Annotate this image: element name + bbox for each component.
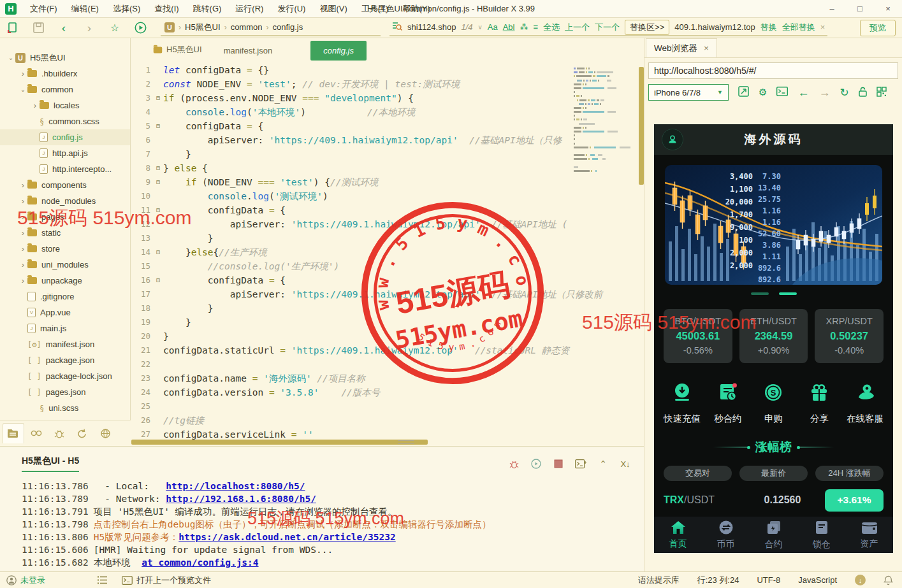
- fold-marker-icon[interactable]: ⊟: [153, 273, 163, 287]
- code-line[interactable]: 1let configData = {}: [131, 63, 644, 77]
- url-input[interactable]: http://localhost:8080/h5/#/: [648, 62, 898, 79]
- code-line[interactable]: 26//tg链接: [131, 413, 644, 427]
- code-line[interactable]: 11⊟ configData = {: [131, 203, 644, 217]
- maximize-button[interactable]: □: [846, 0, 874, 17]
- whole-word-button[interactable]: Abl: [503, 22, 515, 32]
- tree-item-uni_modules[interactable]: ›uni_modules: [0, 257, 130, 273]
- browser-back-icon[interactable]: ←: [797, 86, 809, 99]
- search-icon[interactable]: [392, 22, 402, 32]
- lock-icon[interactable]: [859, 87, 867, 99]
- app-tab-assets[interactable]: 资产: [845, 517, 893, 553]
- tree-item-H5UI[interactable]: ⌄UH5黑色UI: [0, 50, 130, 66]
- breadcrumb[interactable]: U › H5黑色UI › common › config.js: [161, 20, 381, 36]
- chevron-right-icon[interactable]: ›: [31, 101, 40, 110]
- fold-marker-icon[interactable]: ⊟: [153, 175, 163, 189]
- debug-icon[interactable]: [48, 423, 70, 443]
- fold-marker-icon[interactable]: ⊟: [153, 245, 163, 259]
- tree-item-pages[interactable]: ›pages: [0, 209, 130, 225]
- tree-item-config.js[interactable]: Jconfig.js: [0, 129, 130, 145]
- settings-gear-icon[interactable]: ⚙: [759, 87, 767, 98]
- menu-item[interactable]: 发行(U): [270, 0, 312, 18]
- log-link[interactable]: http://localhost:8080/h5/: [166, 480, 305, 492]
- replace-button[interactable]: 替换: [760, 22, 777, 33]
- preview-button[interactable]: 预览: [860, 20, 896, 36]
- banner-carousel[interactable]: 3,4001,10020,0001,7009,0001002,0002,000 …: [665, 165, 882, 285]
- browser-tab[interactable]: Web浏览器 ×: [646, 38, 717, 57]
- menu-item[interactable]: 工具(T): [354, 0, 396, 18]
- run-icon[interactable]: [132, 20, 149, 36]
- forward-icon[interactable]: ›: [81, 20, 98, 36]
- chevron-right-icon[interactable]: ›: [18, 69, 27, 78]
- code-line[interactable]: 12 apiServer: 'https://409.1.haiwaiym12.…: [131, 217, 644, 231]
- chevron-right-icon[interactable]: ›: [18, 212, 27, 222]
- ticker-card-XRP[interactable]: XRP/USDT0.50237-0.40%: [815, 309, 884, 363]
- breadcrumb-folder[interactable]: common: [231, 22, 263, 32]
- next-match-button[interactable]: 下一个: [595, 22, 620, 33]
- log-link[interactable]: at common/config.js:4: [142, 556, 258, 569]
- in-selection-button[interactable]: ≡: [533, 22, 538, 32]
- code-line[interactable]: 10 console.log('测试环境'): [131, 189, 644, 203]
- menu-item[interactable]: 跳转(G): [186, 0, 229, 18]
- notification-bell-icon[interactable]: [884, 575, 893, 585]
- code-line[interactable]: 14⊟ }else{//生产环境: [131, 245, 644, 259]
- back-icon[interactable]: ‹: [55, 20, 72, 36]
- tree-item-common[interactable]: ⌄common: [0, 82, 130, 97]
- code-line[interactable]: 20}: [131, 329, 644, 343]
- chevron-right-icon[interactable]: ›: [18, 196, 27, 206]
- console-clear-icon[interactable]: X↓: [620, 458, 631, 470]
- minimap[interactable]: [574, 66, 637, 174]
- table-header-pill[interactable]: 交易对: [664, 466, 732, 481]
- code-line[interactable]: 5⊟ configData = {: [131, 119, 644, 133]
- function-service[interactable]: 在线客服: [842, 380, 888, 425]
- tree-item-common.scss[interactable]: §common.scss: [0, 113, 130, 129]
- qrcode-icon[interactable]: [877, 87, 887, 99]
- editor-tab-config.js[interactable]: config.js: [310, 41, 367, 61]
- code-line[interactable]: 18 }: [131, 301, 644, 315]
- editor-project-label[interactable]: H5黑色UI: [131, 44, 211, 61]
- tree-item-unpackage[interactable]: ›unpackage: [0, 273, 130, 289]
- code-line[interactable]: 25: [131, 399, 644, 413]
- devtools-icon[interactable]: [776, 87, 788, 98]
- app-tab-lockup[interactable]: 锁仓: [797, 517, 845, 553]
- code-line[interactable]: 15 //console.log('生产环境'): [131, 259, 644, 273]
- tree-item-store[interactable]: ›store: [0, 241, 130, 257]
- function-subscribe[interactable]: S申购: [751, 380, 797, 425]
- fold-marker-icon[interactable]: ⊟: [153, 161, 163, 175]
- tree-item-App.vue[interactable]: VApp.vue: [0, 305, 130, 320]
- update-download-icon[interactable]: ↓: [855, 575, 866, 585]
- tree-item-http.intercepto...[interactable]: Jhttp.intercepto...: [0, 161, 130, 177]
- select-all-button[interactable]: 全选: [543, 22, 560, 33]
- menu-item[interactable]: 视图(V): [312, 0, 354, 18]
- code-line[interactable]: 6 apiServer: 'https://409.1.haiwaiym12.t…: [131, 133, 644, 147]
- code-line[interactable]: 23configData.name = '海外源码' //项目名称: [131, 371, 644, 385]
- chevron-right-icon[interactable]: ›: [18, 180, 27, 190]
- code-line[interactable]: 24configData.version = '3.5.8' //版本号: [131, 385, 644, 399]
- tree-item-node_modules[interactable]: ›node_modules: [0, 193, 130, 209]
- tree-item-main.js[interactable]: Jmain.js: [0, 320, 130, 336]
- previous-match-button[interactable]: 上一个: [565, 22, 590, 33]
- console-restart-icon[interactable]: [530, 458, 542, 470]
- code-line[interactable]: 13 }: [131, 231, 644, 245]
- app-tab-home[interactable]: 首页: [654, 517, 702, 553]
- browser-refresh-icon[interactable]: ↻: [840, 86, 848, 99]
- refresh-icon[interactable]: [71, 423, 93, 443]
- menu-item[interactable]: 运行(R): [228, 0, 270, 18]
- regex-button[interactable]: ⁂: [520, 22, 528, 32]
- syntax-lib[interactable]: 语法提示库: [638, 575, 680, 586]
- tree-item-locales[interactable]: ›locales: [0, 97, 130, 113]
- save-icon[interactable]: [30, 20, 47, 36]
- code-line[interactable]: 2const NODE_ENV = 'test'; // dev:开发环境 | …: [131, 77, 644, 91]
- search-results-icon[interactable]: [25, 423, 47, 443]
- code-line[interactable]: 9⊟ if (NODE_ENV === 'test') {//测试环境: [131, 175, 644, 189]
- menu-item[interactable]: 帮助(Y): [395, 0, 437, 18]
- console-tab[interactable]: H5黑色UI - H5: [22, 455, 79, 472]
- console-terminal-icon[interactable]: [575, 458, 586, 470]
- extensions-icon[interactable]: [94, 423, 116, 443]
- chevron-down-icon[interactable]: ⌄: [6, 54, 15, 61]
- code-editor[interactable]: H5黑色UI manifest.jsonconfig.js 1let confi…: [131, 38, 644, 446]
- editor-tab-manifest.json[interactable]: manifest.json: [211, 41, 286, 61]
- browser-tab-close-icon[interactable]: ×: [704, 43, 709, 53]
- language-mode[interactable]: JavaScript: [798, 575, 837, 585]
- code-line[interactable]: 17 apiServer: 'https://409.1.haiwaiym12.…: [131, 287, 644, 301]
- replace-zone-button[interactable]: 替换区>>: [625, 20, 669, 35]
